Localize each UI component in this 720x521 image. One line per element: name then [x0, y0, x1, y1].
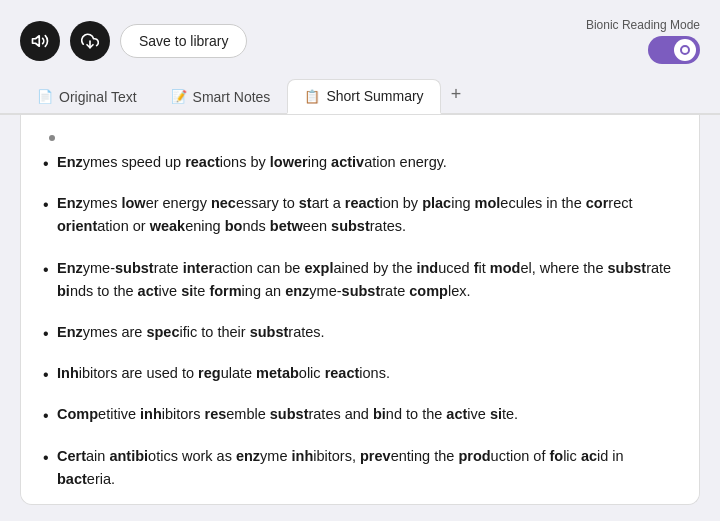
original-text-icon: 📄 — [37, 89, 53, 104]
tab-smart-notes-label: Smart Notes — [193, 89, 271, 105]
short-summary-icon: 📋 — [304, 89, 320, 104]
bionic-section: Bionic Reading Mode — [586, 18, 700, 64]
add-tab-button[interactable]: + — [441, 76, 472, 113]
list-item: Enzymes speed up reactions by lowering a… — [45, 151, 675, 174]
bionic-label: Bionic Reading Mode — [586, 18, 700, 32]
tab-original[interactable]: 📄 Original Text — [20, 80, 154, 114]
bullet-list: Enzymes speed up reactions by lowering a… — [45, 151, 675, 491]
save-label: Save to library — [139, 33, 228, 49]
toolbar-left: Save to library — [20, 21, 247, 61]
list-item: Enzyme-substrate interaction can be expl… — [45, 257, 675, 303]
toggle-knob-inner — [680, 45, 690, 55]
tab-short-summary[interactable]: 📋 Short Summary — [287, 79, 440, 114]
tab-short-summary-label: Short Summary — [326, 88, 423, 104]
tab-original-label: Original Text — [59, 89, 137, 105]
list-item: Certain antibiotics work as enzyme inhib… — [45, 445, 675, 491]
smart-notes-icon: 📝 — [171, 89, 187, 104]
content-area[interactable]: Enzymes speed up reactions by lowering a… — [20, 115, 700, 505]
svg-marker-0 — [33, 36, 40, 47]
list-item: Enzymes lower energy necessary to start … — [45, 192, 675, 238]
list-item: Inhibitors are used to regulate metaboli… — [45, 362, 675, 385]
list-item: Competitive inhibitors resemble substrat… — [45, 403, 675, 426]
toggle-knob — [674, 39, 696, 61]
tab-smart-notes[interactable]: 📝 Smart Notes — [154, 80, 288, 114]
bionic-toggle[interactable] — [648, 36, 700, 64]
download-button[interactable] — [70, 21, 110, 61]
list-item: Enzymes are specific to their substrates… — [45, 321, 675, 344]
dot-indicator — [49, 135, 55, 141]
speaker-button[interactable] — [20, 21, 60, 61]
top-bar: Save to library Bionic Reading Mode — [0, 0, 720, 76]
save-library-button[interactable]: Save to library — [120, 24, 247, 58]
tabs-bar: 📄 Original Text 📝 Smart Notes 📋 Short Su… — [0, 76, 720, 115]
